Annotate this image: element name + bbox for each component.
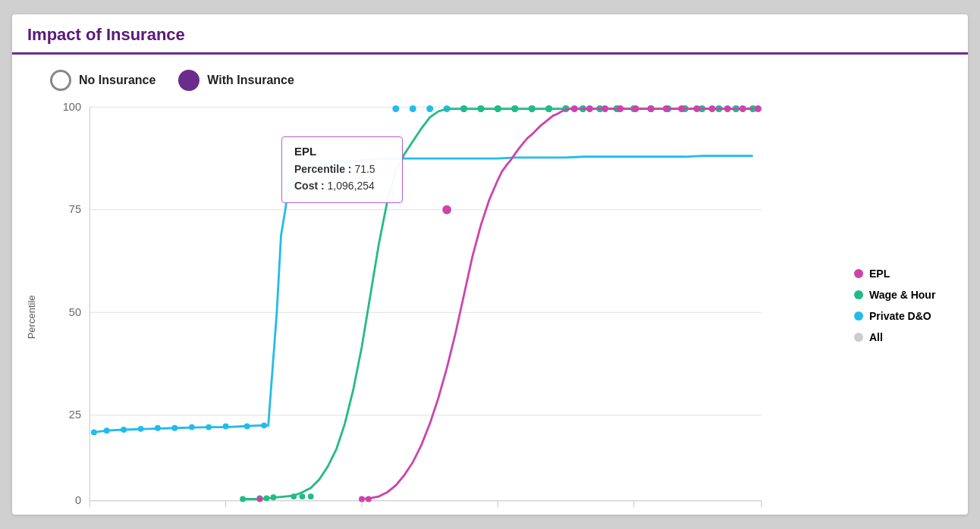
side-legend-private-do: Private D&O xyxy=(854,310,953,322)
chart-svg: 100 75 50 25 0 xyxy=(39,99,847,515)
svg-point-82 xyxy=(104,427,110,434)
y-axis-label: Percentile xyxy=(24,99,39,515)
svg-point-80 xyxy=(755,105,762,112)
private-do-label: Private D&O xyxy=(869,310,931,322)
svg-point-74 xyxy=(663,105,670,112)
svg-point-51 xyxy=(529,105,536,112)
svg-point-48 xyxy=(477,105,484,112)
svg-point-70 xyxy=(602,105,608,112)
no-insurance-icon xyxy=(50,70,71,91)
svg-point-71 xyxy=(617,105,623,112)
svg-point-44 xyxy=(291,493,297,499)
private-do-dot xyxy=(854,311,863,321)
legend-with-insurance: With Insurance xyxy=(178,70,294,91)
svg-point-92 xyxy=(441,205,451,215)
svg-point-40 xyxy=(240,496,246,502)
svg-point-76 xyxy=(693,105,700,112)
svg-point-47 xyxy=(460,105,467,112)
svg-point-72 xyxy=(632,105,639,112)
side-legend-all: All xyxy=(854,331,953,343)
svg-point-85 xyxy=(155,425,161,431)
svg-point-91 xyxy=(261,422,267,428)
svg-text:75: 75 xyxy=(69,203,81,215)
svg-point-86 xyxy=(171,425,177,431)
card-title: Impact of Insurance xyxy=(27,25,185,44)
card-body: No Insurance With Insurance Percentile xyxy=(12,55,968,515)
epl-dot xyxy=(854,269,863,278)
svg-point-52 xyxy=(545,105,552,112)
svg-point-78 xyxy=(724,105,731,112)
svg-point-20 xyxy=(426,105,433,112)
all-dot xyxy=(854,333,863,342)
svg-point-65 xyxy=(359,496,365,502)
svg-point-67 xyxy=(257,496,263,502)
svg-point-77 xyxy=(708,105,715,112)
svg-point-43 xyxy=(270,494,276,500)
svg-point-88 xyxy=(206,424,212,430)
side-legend-wage-hour: Wage & Hour xyxy=(854,289,953,301)
svg-point-73 xyxy=(648,105,655,112)
svg-point-79 xyxy=(740,105,746,112)
svg-point-46 xyxy=(308,493,314,499)
svg-point-42 xyxy=(264,495,270,501)
svg-point-45 xyxy=(300,493,306,499)
svg-point-50 xyxy=(511,105,518,112)
svg-point-84 xyxy=(138,426,144,432)
svg-point-75 xyxy=(678,105,685,112)
legend-no-insurance: No Insurance xyxy=(50,70,155,91)
svg-point-18 xyxy=(392,105,399,112)
svg-point-69 xyxy=(586,105,593,112)
with-insurance-icon xyxy=(178,70,199,91)
svg-container: 100 75 50 25 0 xyxy=(39,99,847,515)
side-legend: EPL Wage & Hour Private D&O All xyxy=(847,99,953,515)
svg-point-89 xyxy=(223,424,229,430)
chart-area: Percentile 100 75 xyxy=(20,99,953,515)
svg-text:100: 100 xyxy=(63,101,81,113)
svg-point-49 xyxy=(495,105,501,112)
svg-point-19 xyxy=(410,105,416,112)
with-insurance-label: With Insurance xyxy=(207,74,294,87)
svg-point-83 xyxy=(121,427,127,433)
svg-point-87 xyxy=(189,424,195,430)
epl-label: EPL xyxy=(869,268,890,280)
top-legend: No Insurance With Insurance xyxy=(20,62,953,99)
svg-point-66 xyxy=(366,496,372,502)
no-insurance-label: No Insurance xyxy=(79,74,155,87)
svg-point-68 xyxy=(571,105,578,112)
svg-text:50: 50 xyxy=(69,306,81,318)
wage-hour-label: Wage & Hour xyxy=(869,289,935,301)
all-label: All xyxy=(869,331,883,343)
card-header: Impact of Insurance xyxy=(12,14,968,55)
svg-point-81 xyxy=(91,429,97,435)
main-card: Impact of Insurance No Insurance With In… xyxy=(12,14,968,515)
wage-hour-dot xyxy=(854,290,863,299)
svg-point-90 xyxy=(244,424,250,430)
svg-text:25: 25 xyxy=(69,408,81,421)
svg-text:0: 0 xyxy=(75,494,81,506)
side-legend-epl: EPL xyxy=(854,268,953,280)
chart-inner: 100 75 50 25 0 xyxy=(39,99,847,515)
